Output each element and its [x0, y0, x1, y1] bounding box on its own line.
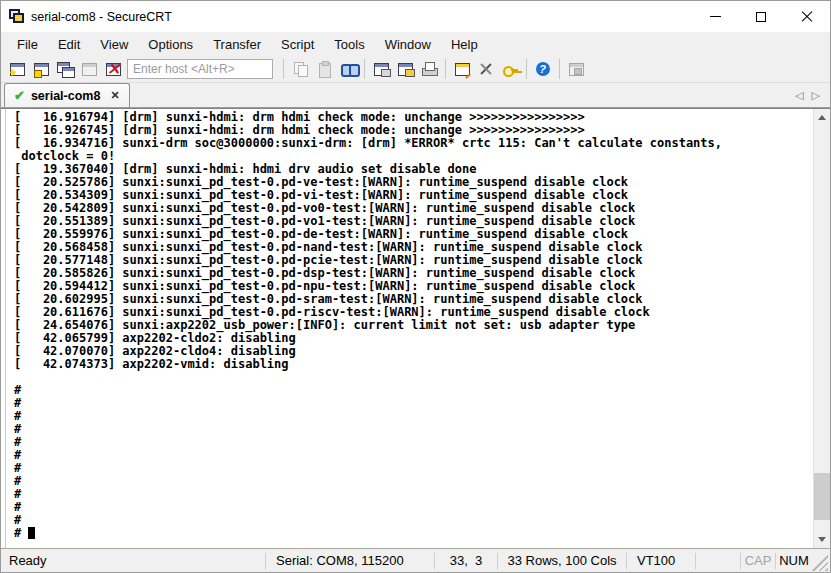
maximize-icon: [756, 12, 766, 22]
scrollbar-thumb[interactable]: [814, 473, 830, 520]
status-caps-lock: CAP: [741, 553, 775, 568]
find-button[interactable]: [336, 58, 360, 81]
menu-bar: FileEditViewOptionsTransferScriptToolsWi…: [1, 32, 830, 56]
tab-scroll-left-icon[interactable]: ◁: [795, 89, 803, 102]
paste-button[interactable]: [312, 58, 336, 81]
menu-file[interactable]: File: [7, 32, 48, 56]
terminal-line: #: [14, 514, 813, 527]
help-icon: [535, 61, 552, 77]
toolbar-separator: [283, 59, 284, 79]
window-controls: [692, 1, 830, 32]
close-icon: [801, 11, 813, 23]
connected-check-icon: ✔: [14, 89, 25, 102]
status-ready: Ready: [1, 553, 265, 568]
securecrt-window: serial-com8 - SecureCRT FileEditViewOpti…: [0, 0, 831, 573]
security-button[interactable]: [564, 58, 588, 81]
menu-options[interactable]: Options: [138, 32, 203, 56]
menu-tools[interactable]: Tools: [324, 32, 374, 56]
terminal-line: #: [14, 501, 813, 514]
session-options-button[interactable]: [450, 58, 474, 81]
terminal-line: #: [14, 527, 813, 540]
resize-grip-icon[interactable]: [812, 555, 828, 571]
tab-label: serial-com8: [31, 89, 100, 103]
terminal-line: #: [14, 488, 813, 501]
terminal-line: #: [14, 475, 813, 488]
help-button[interactable]: [531, 58, 555, 81]
toolbar-separator: [526, 59, 527, 79]
menu-script[interactable]: Script: [271, 32, 324, 56]
copy-icon: [292, 61, 309, 77]
terminal-line: [14, 371, 813, 384]
keymap-icon: [502, 61, 519, 77]
terminal-line: #: [14, 449, 813, 462]
host-input[interactable]: [127, 59, 273, 79]
connect-in-tab-icon: [57, 61, 74, 77]
print-icon: [421, 61, 438, 77]
session-manager-button[interactable]: [29, 58, 53, 81]
security-icon: [568, 61, 585, 77]
session-options-icon: [454, 61, 471, 77]
global-options-icon: [478, 61, 495, 77]
terminal-line: [ 42.074373] axp2202-vmid: disabling: [14, 358, 813, 371]
terminal-line: #: [14, 397, 813, 410]
paste-icon: [316, 61, 333, 77]
terminal-line: #: [14, 423, 813, 436]
terminal-line: #: [14, 384, 813, 397]
global-options-button[interactable]: [474, 58, 498, 81]
maximize-button[interactable]: [738, 1, 784, 32]
toolbar-separator: [364, 59, 365, 79]
terminal-area: [ 16.916794] [drm] sunxi-hdmi: drm hdmi …: [1, 108, 830, 548]
print-setup-icon: [373, 61, 390, 77]
status-serial-connection: Serial: COM8, 115200: [266, 553, 434, 568]
toolbar-separator: [559, 59, 560, 79]
vertical-scrollbar[interactable]: [813, 109, 830, 548]
print-preview-button[interactable]: [393, 58, 417, 81]
status-num-lock: NUM: [776, 553, 812, 568]
terminal-line: #: [14, 410, 813, 423]
terminal-line: #: [14, 462, 813, 475]
reconnect-button[interactable]: [77, 58, 101, 81]
scrollbar-track[interactable]: [814, 126, 830, 531]
copy-button[interactable]: [288, 58, 312, 81]
session-manager-icon: [33, 61, 50, 77]
disconnect-button[interactable]: [101, 58, 125, 81]
status-separator: [695, 553, 696, 569]
title-bar: serial-com8 - SecureCRT: [1, 1, 830, 32]
close-button[interactable]: [784, 1, 830, 32]
keymap-button[interactable]: [498, 58, 522, 81]
minimize-button[interactable]: [692, 1, 738, 32]
terminal-cursor: [28, 527, 35, 539]
quick-connect-button[interactable]: [5, 58, 29, 81]
status-cursor-position: 33, 3: [435, 553, 497, 568]
print-preview-icon: [397, 61, 414, 77]
menu-window[interactable]: Window: [375, 32, 441, 56]
tab-scroll-controls: ◁ ▷: [795, 83, 830, 107]
tab-scroll-right-icon[interactable]: ▷: [812, 89, 820, 102]
disconnect-icon: [105, 61, 122, 77]
terminal-line: #: [14, 436, 813, 449]
print-setup-button[interactable]: [369, 58, 393, 81]
app-icon: [9, 9, 25, 24]
toolbar: [1, 56, 830, 83]
tab-bar: ✔ serial-com8 ✕ ◁ ▷: [1, 83, 830, 108]
menu-view[interactable]: View: [90, 32, 138, 56]
terminal-output[interactable]: [ 16.916794] [drm] sunxi-hdmi: drm hdmi …: [5, 109, 813, 548]
status-terminal-size: 33 Rows, 100 Cols: [498, 553, 626, 568]
connect-in-tab-button[interactable]: [53, 58, 77, 81]
find-icon: [340, 61, 357, 77]
status-emulation: VT100: [627, 553, 695, 568]
tab-serial-com8[interactable]: ✔ serial-com8 ✕: [4, 83, 130, 107]
minimize-icon: [710, 16, 721, 17]
menu-help[interactable]: Help: [441, 32, 488, 56]
tab-close-icon[interactable]: ✕: [110, 90, 119, 101]
quick-connect-icon: [9, 61, 26, 77]
scroll-up-icon[interactable]: [814, 109, 830, 126]
scroll-down-icon[interactable]: [814, 531, 830, 548]
status-bar: Ready Serial: COM8, 115200 33, 3 33 Rows…: [1, 548, 830, 572]
menu-transfer[interactable]: Transfer: [203, 32, 271, 56]
print-button[interactable]: [417, 58, 441, 81]
menu-edit[interactable]: Edit: [48, 32, 90, 56]
toolbar-separator: [445, 59, 446, 79]
window-title: serial-com8 - SecureCRT: [31, 10, 172, 24]
reconnect-icon: [81, 61, 98, 77]
